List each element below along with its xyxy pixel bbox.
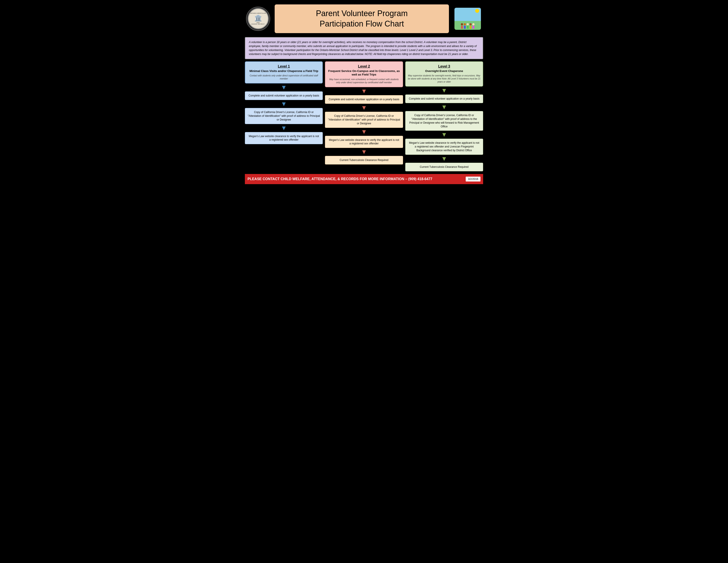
- level2-column: Level 2 Frequent Service On-Campus and I…: [325, 61, 403, 171]
- kid-body: [461, 26, 463, 29]
- kid-body: [464, 26, 466, 29]
- kid-head: [464, 23, 466, 25]
- level2-title: Level 2: [328, 64, 400, 68]
- page-title: Parent Volunteer Program Participation F…: [283, 8, 440, 29]
- level1-step3: Megan's Law website clearance to verify …: [245, 132, 323, 144]
- kid-5: [472, 23, 475, 29]
- seal-text-top: ONTARIO-MONTCLAIR: [250, 13, 266, 14]
- kid-head: [469, 23, 472, 25]
- arrow-2-3: ▼: [361, 129, 367, 135]
- kid-1: [461, 23, 463, 29]
- kid-3: [467, 23, 469, 29]
- description-box: A volunteer is a person 18 years or olde…: [245, 37, 483, 59]
- level1-header-box: Level 1 Minimal Class Visits and/or Chap…: [245, 61, 323, 84]
- level1-column: Level 1 Minimal Class Visits and/or Chap…: [245, 61, 323, 171]
- footer-text: PLEASE CONTACT CHILD WELFARE, ATTENDANCE…: [248, 177, 432, 181]
- kid-2: [464, 23, 466, 29]
- level1-title: Level 1: [248, 64, 320, 68]
- footer-date: 3/2/2016: [466, 177, 480, 181]
- level2-subtitle: Frequent Service On-Campus and In Classr…: [328, 69, 400, 77]
- district-logo: ONTARIO-MONTCLAIR 🏛️ 1884 SCHOOL DISTRIC…: [246, 7, 270, 31]
- kid-body: [470, 26, 471, 29]
- page: ONTARIO-MONTCLAIR 🏛️ 1884 SCHOOL DISTRIC…: [243, 0, 485, 186]
- arrow-2-1: ▼: [361, 88, 367, 94]
- level2-step1: Complete and submit volunteer applicatio…: [325, 95, 403, 104]
- level3-header-box: Level 3 Overnight Event Chaperone May su…: [405, 61, 483, 87]
- level3-step4: Current Tuberculosis Clearance Required: [405, 163, 483, 171]
- kids-illustration: [454, 8, 481, 30]
- level3-column: Level 3 Overnight Event Chaperone May su…: [405, 61, 483, 171]
- kid-head: [461, 23, 463, 25]
- arrow-1-1: ▼: [281, 84, 287, 90]
- title-box: Parent Volunteer Program Participation F…: [275, 4, 449, 33]
- kid-head: [472, 23, 475, 25]
- seal-text-bottom: SCHOOL DISTRICT: [251, 23, 265, 25]
- level3-title: Level 3: [408, 64, 480, 68]
- kids-logo: [453, 7, 482, 31]
- level3-step1: Complete and submit volunteer applicatio…: [405, 94, 483, 103]
- arrow-3-3: ▼: [441, 132, 447, 138]
- arrow-1-3: ▼: [281, 125, 287, 131]
- arrow-3-2: ▼: [441, 104, 447, 110]
- arrow-3-4: ▼: [441, 156, 447, 162]
- level1-step2: Copy of California Driver's License, Cal…: [245, 108, 323, 124]
- seal: ONTARIO-MONTCLAIR 🏛️ 1884 SCHOOL DISTRIC…: [248, 8, 269, 29]
- arrow-3-1: ▼: [441, 87, 447, 94]
- kid-head: [467, 23, 469, 25]
- arrow-2-2: ▼: [361, 105, 367, 111]
- seal-building-icon: 🏛️: [254, 14, 262, 22]
- level2-step2: Copy of California Driver's License, Cal…: [325, 112, 403, 128]
- level1-step1: Complete and submit volunteer applicatio…: [245, 91, 323, 100]
- kids-figures: [461, 23, 475, 29]
- kid-4: [469, 23, 472, 29]
- level1-subtitle: Minimal Class Visits and/or Chaperone a …: [248, 69, 320, 73]
- kid-body: [473, 26, 474, 29]
- arrow-1-2: ▼: [281, 101, 287, 107]
- arrow-2-4: ▼: [361, 149, 367, 155]
- flowchart: Level 1 Minimal Class Visits and/or Chap…: [245, 61, 483, 171]
- level2-header-box: Level 2 Frequent Service On-Campus and I…: [325, 61, 403, 87]
- level2-step3: Megan's Law website clearance to verify …: [325, 136, 403, 148]
- kid-body: [467, 26, 469, 29]
- level3-step3: Megan's Law website clearance to verify …: [405, 139, 483, 154]
- level3-description: May supervise students for overnight eve…: [408, 74, 480, 83]
- level2-description: May have occasional, non-scheduled, or f…: [328, 78, 400, 84]
- level3-subtitle: Overnight Event Chaperone: [408, 69, 480, 73]
- footer: PLEASE CONTACT CHILD WELFARE, ATTENDANCE…: [245, 174, 483, 184]
- header: ONTARIO-MONTCLAIR 🏛️ 1884 SCHOOL DISTRIC…: [245, 2, 483, 35]
- level1-description: Contact with students only under direct …: [248, 74, 320, 80]
- level3-step2: Copy of California Driver's License, Cal…: [405, 111, 483, 131]
- description-text: A volunteer is a person 18 years or olde…: [249, 40, 479, 56]
- level2-step4: Current Tuberculosis Clearance Required: [325, 156, 403, 164]
- sun-icon: [475, 9, 479, 13]
